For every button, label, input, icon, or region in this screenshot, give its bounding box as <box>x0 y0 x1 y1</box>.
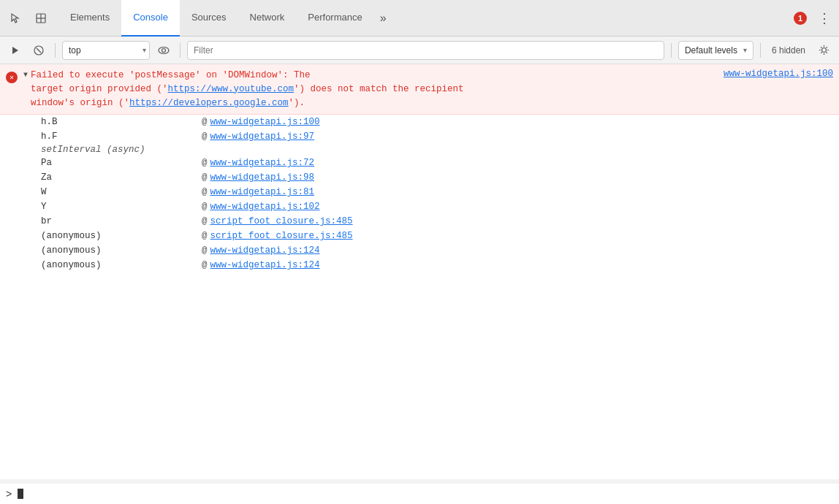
devtools-icons <box>4 8 51 28</box>
error-expand-arrow[interactable]: ▼ <box>22 68 31 82</box>
stack-async-row: setInterval (async) <box>0 144 839 156</box>
devtools-menu-button[interactable]: ⋮ <box>814 8 835 28</box>
stack-trace: h.B @ www-widgetapi.js:100h.F @ www-widg… <box>0 115 839 272</box>
console-scrollable[interactable]: ✕ ▼ Failed to execute 'postMessage' on '… <box>0 64 839 479</box>
toolbar-divider <box>55 43 56 58</box>
execute-button[interactable] <box>6 41 25 60</box>
tab-elements[interactable]: Elements <box>58 0 121 37</box>
stack-row: Za @ www-widgetapi.js:98 <box>0 170 839 185</box>
more-tabs-button[interactable]: » <box>374 0 392 37</box>
error-icon: ✕ <box>6 72 18 83</box>
stack-row: h.B @ www-widgetapi.js:100 <box>0 115 839 129</box>
stack-function-name: Pa <box>41 158 202 168</box>
stack-function-name: Za <box>41 172 202 183</box>
console-prompt[interactable]: > <box>0 483 839 504</box>
tab-bar: Elements Console Sources Network Perform… <box>0 0 839 37</box>
toolbar-divider2 <box>180 43 181 58</box>
stack-source-link[interactable]: www-widgetapi.js:124 <box>210 245 320 256</box>
stack-function-name: Y <box>41 202 202 212</box>
stack-source-link[interactable]: www-widgetapi.js:97 <box>210 131 315 142</box>
error-message-row: ✕ ▼ Failed to execute 'postMessage' on '… <box>0 64 839 115</box>
hidden-count: 6 hidden <box>767 45 810 56</box>
context-selector[interactable]: top ▾ <box>62 41 150 60</box>
svg-point-6 <box>159 47 169 53</box>
stack-function-name: (anonymous) <box>41 245 202 256</box>
eye-button[interactable] <box>154 41 173 60</box>
tab-sources[interactable]: Sources <box>180 0 238 37</box>
stack-source-link[interactable]: script_foot_closure.js:485 <box>210 216 353 226</box>
stack-function-name: W <box>41 187 202 197</box>
google-link[interactable]: https://developers.google.com <box>129 98 289 108</box>
stack-row: (anonymous) @ www-widgetapi.js:124 <box>0 243 839 258</box>
stack-row: br @ script_foot_closure.js:485 <box>0 214 839 229</box>
toolbar-divider3 <box>671 43 672 58</box>
svg-point-8 <box>821 48 826 53</box>
svg-marker-3 <box>12 47 18 54</box>
stack-row: Pa @ www-widgetapi.js:72 <box>0 156 839 170</box>
stack-function-name: (anonymous) <box>41 260 202 270</box>
stack-function-name: h.F <box>41 131 202 142</box>
stack-source-link[interactable]: script_foot_closure.js:485 <box>210 231 353 241</box>
stack-source-link[interactable]: www-widgetapi.js:102 <box>210 202 320 212</box>
filter-input[interactable] <box>187 41 664 60</box>
stack-function-name: br <box>41 216 202 226</box>
stack-function-name: (anonymous) <box>41 231 202 241</box>
error-count-badge: 1 <box>794 12 807 25</box>
log-levels-button[interactable]: Default levels ▾ <box>678 41 753 60</box>
error-body: Failed to execute 'postMessage' on 'DOMW… <box>31 67 718 111</box>
stack-source-link[interactable]: www-widgetapi.js:124 <box>210 260 320 270</box>
prompt-cursor <box>18 489 23 499</box>
error-badge: 1 <box>794 12 807 25</box>
tab-console[interactable]: Console <box>121 0 180 37</box>
console-wrapper: ✕ ▼ Failed to execute 'postMessage' on '… <box>0 64 839 504</box>
cursor-icon[interactable] <box>4 8 25 28</box>
context-dropdown-arrow: ▾ <box>143 46 146 54</box>
svg-line-5 <box>37 48 41 53</box>
clear-button[interactable] <box>29 41 48 60</box>
stack-row: W @ www-widgetapi.js:81 <box>0 185 839 199</box>
stack-row: (anonymous) @ script_foot_closure.js:485 <box>0 229 839 243</box>
stack-source-link[interactable]: www-widgetapi.js:100 <box>210 117 320 127</box>
settings-button[interactable] <box>814 41 833 60</box>
tab-network[interactable]: Network <box>238 0 297 37</box>
tab-performance[interactable]: Performance <box>296 0 373 37</box>
stack-row: Y @ www-widgetapi.js:102 <box>0 199 839 214</box>
prompt-arrow: > <box>6 488 12 500</box>
svg-point-7 <box>162 48 166 52</box>
inspect-icon[interactable] <box>31 8 51 28</box>
error-source-link[interactable]: www-widgetapi.js:100 <box>718 67 839 80</box>
stack-function-name: h.B <box>41 117 202 127</box>
stack-source-link[interactable]: www-widgetapi.js:98 <box>210 172 315 183</box>
toolbar-divider4 <box>760 43 761 58</box>
stack-row: (anonymous) @ www-widgetapi.js:124 <box>0 258 839 272</box>
stack-row: h.F @ www-widgetapi.js:97 <box>0 129 839 144</box>
levels-dropdown-arrow: ▾ <box>743 46 747 54</box>
stack-source-link[interactable]: www-widgetapi.js:81 <box>210 187 315 197</box>
youtube-link[interactable]: https://www.youtube.com <box>168 84 295 94</box>
console-toolbar: top ▾ Default levels ▾ 6 hidden <box>0 37 839 64</box>
error-icon-col: ✕ <box>0 67 22 86</box>
stack-source-link[interactable]: www-widgetapi.js:72 <box>210 158 315 168</box>
